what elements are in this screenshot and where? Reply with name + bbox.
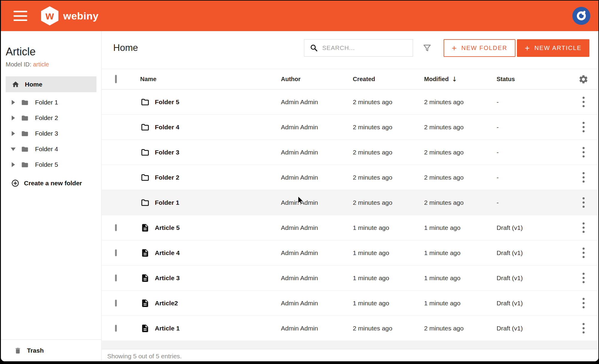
folder-outline-icon [140, 148, 150, 157]
folder-outline-icon [140, 173, 150, 182]
row-actions-menu-button[interactable] [578, 221, 589, 235]
create-folder-button[interactable]: Create a new folder [11, 179, 101, 187]
table-row-article2[interactable]: Article2 Admin Admin 1 minute ago 1 minu… [102, 291, 598, 316]
row-author: Admin Admin [281, 300, 353, 307]
folder-outline-icon [140, 123, 150, 132]
table-row-folder-5[interactable]: Folder 5 Admin Admin 2 minutes ago 2 min… [102, 90, 598, 115]
table-row-article-5[interactable]: Article 5 Admin Admin 1 minute ago 1 min… [102, 215, 598, 240]
row-checkbox[interactable] [115, 300, 117, 307]
caret-icon[interactable] [12, 162, 15, 167]
caret-icon[interactable] [11, 148, 16, 151]
filter-button[interactable] [420, 41, 434, 54]
row-name-cell: Article 5 [140, 223, 281, 232]
row-actions-menu-button[interactable] [578, 271, 589, 285]
row-status: - [497, 199, 568, 206]
sidebar-folder-label: Folder 3 [35, 130, 58, 137]
sidebar-home-label: Home [25, 81, 42, 88]
table-settings-button[interactable] [568, 74, 598, 84]
new-folder-button[interactable]: + NEW FOLDER [444, 39, 515, 57]
row-name-label: Folder 1 [155, 199, 179, 206]
sidebar-item-folder-2[interactable]: Folder 2 [1, 110, 101, 126]
row-created: 1 minute ago [353, 300, 424, 307]
row-modified: 2 minutes ago [424, 325, 497, 332]
model-id-label: Model ID: [6, 61, 31, 68]
row-name-label: Folder 3 [155, 149, 179, 156]
model-title: Article [6, 46, 101, 58]
row-actions-menu-button[interactable] [578, 95, 589, 109]
hamburger-menu-icon[interactable] [13, 11, 27, 21]
row-name-label: Folder 5 [155, 98, 179, 106]
sidebar-item-folder-4[interactable]: Folder 4 [1, 141, 101, 157]
row-modified: 2 minutes ago [424, 149, 497, 156]
column-header-modified[interactable]: Modified ↓ [424, 75, 497, 83]
caret-icon[interactable] [12, 100, 15, 105]
folder-outline-icon [140, 98, 150, 107]
row-name-cell: Folder 4 [140, 123, 281, 132]
sidebar-folder-label: Folder 4 [35, 145, 58, 153]
row-name-cell: Article 4 [140, 248, 281, 257]
row-actions-menu-button[interactable] [578, 145, 589, 159]
row-checkbox[interactable] [115, 325, 117, 332]
row-checkbox[interactable] [115, 249, 117, 256]
row-created: 2 minutes ago [353, 325, 424, 332]
gear-icon [578, 74, 589, 84]
row-modified: 1 minute ago [424, 300, 497, 307]
row-name-cell: Folder 2 [140, 173, 281, 182]
row-created: 2 minutes ago [353, 199, 424, 206]
row-name-cell: Folder 5 [140, 98, 281, 107]
column-header-name[interactable]: Name [140, 76, 281, 83]
article-document-icon [140, 299, 150, 308]
webiny-logo[interactable]: w webiny [41, 6, 99, 25]
row-name-cell: Article 3 [140, 274, 281, 283]
sidebar-item-folder-1[interactable]: Folder 1 [1, 95, 101, 110]
row-created: 1 minute ago [353, 224, 424, 231]
column-header-status[interactable]: Status [497, 76, 568, 83]
article-document-icon [140, 324, 150, 333]
table-row-article-1[interactable]: Article 1 Admin Admin 2 minutes ago 2 mi… [102, 316, 598, 341]
row-status: Draft (v1) [497, 325, 568, 332]
folder-icon [20, 145, 29, 153]
row-name-cell: Article 1 [140, 324, 281, 333]
row-actions-menu-button[interactable] [578, 321, 589, 335]
row-created: 2 minutes ago [353, 149, 424, 156]
search-input[interactable] [322, 45, 413, 51]
table-row-folder-1[interactable]: Folder 1 Admin Admin 2 minutes ago 2 min… [102, 190, 598, 215]
column-header-created[interactable]: Created [353, 76, 424, 83]
row-modified: 1 minute ago [424, 274, 497, 282]
row-name-cell: Article2 [140, 299, 281, 308]
column-header-author[interactable]: Author [281, 76, 353, 83]
row-status: - [497, 98, 568, 106]
row-author: Admin Admin [281, 249, 353, 257]
select-all-checkbox[interactable] [115, 75, 117, 83]
table-row-folder-2[interactable]: Folder 2 Admin Admin 2 minutes ago 2 min… [102, 165, 598, 190]
row-created: 2 minutes ago [353, 98, 424, 106]
sidebar-item-folder-5[interactable]: Folder 5 [1, 157, 101, 172]
row-checkbox[interactable] [115, 274, 117, 281]
row-actions-menu-button[interactable] [578, 195, 589, 210]
row-name-label: Folder 2 [155, 174, 179, 181]
row-modified: 2 minutes ago [424, 174, 497, 181]
table-end-band [102, 341, 598, 349]
sidebar-item-home[interactable]: Home [6, 76, 96, 92]
table-row-folder-4[interactable]: Folder 4 Admin Admin 2 minutes ago 2 min… [102, 115, 598, 140]
row-status: Draft (v1) [497, 300, 568, 307]
row-author: Admin Admin [281, 124, 353, 131]
row-actions-menu-button[interactable] [578, 170, 589, 184]
sidebar-item-folder-3[interactable]: Folder 3 [1, 126, 101, 141]
trash-button[interactable]: Trash [1, 339, 101, 361]
table-row-folder-3[interactable]: Folder 3 Admin Admin 2 minutes ago 2 min… [102, 140, 598, 165]
caret-icon[interactable] [12, 131, 15, 136]
row-name-label: Article 5 [155, 224, 180, 231]
trash-label: Trash [27, 347, 44, 354]
user-avatar[interactable] [572, 7, 590, 25]
caret-icon[interactable] [12, 116, 15, 120]
table-row-article-4[interactable]: Article 4 Admin Admin 1 minute ago 1 min… [102, 240, 598, 266]
row-actions-menu-button[interactable] [578, 296, 589, 310]
row-actions-menu-button[interactable] [578, 120, 589, 134]
new-article-label: NEW ARTICLE [535, 45, 582, 51]
table-row-article-3[interactable]: Article 3 Admin Admin 1 minute ago 1 min… [102, 266, 598, 291]
entries-count-text: Showing 5 out of 5 entries. [107, 353, 182, 360]
new-article-button[interactable]: + NEW ARTICLE [517, 39, 589, 57]
row-checkbox[interactable] [115, 224, 117, 231]
row-actions-menu-button[interactable] [578, 246, 589, 260]
